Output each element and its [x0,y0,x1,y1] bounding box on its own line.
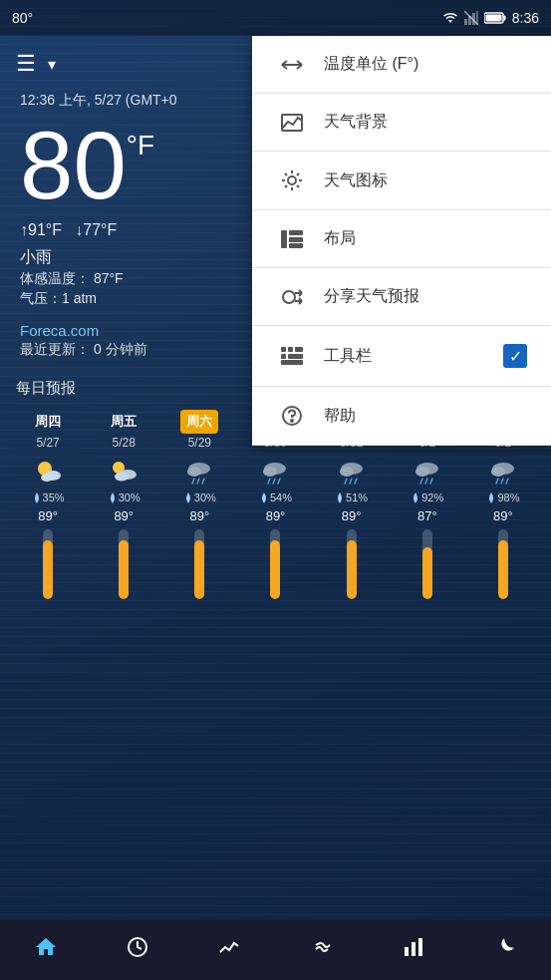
nav-item-chart[interactable] [386,927,441,973]
day-temperature: 89° [114,508,134,523]
svg-point-21 [263,467,277,477]
day-rain-percent: 30% [183,491,216,504]
day-temperature: 87° [417,508,437,523]
svg-rect-45 [282,115,302,131]
day-name: 周六 [180,410,218,434]
home-icon [34,935,58,965]
menu-label-weather-bg: 天气背景 [324,112,527,133]
temp-bar [498,529,508,599]
wifi-icon [442,11,458,25]
day-date: 5/27 [36,436,59,450]
svg-point-11 [41,474,53,482]
nav-item-trend[interactable] [201,927,257,973]
menu-icon-temp-unit [276,57,308,73]
temp-bar [422,529,432,599]
day-weather-icon [184,456,214,488]
wind-icon [310,935,334,965]
clock-icon [126,935,149,965]
temp-bar-fill [119,540,129,600]
menu-label-weather-icon: 天气图标 [324,170,527,191]
status-right: 8:36 [442,10,539,26]
svg-line-52 [297,185,299,187]
temp-low: ↓77°F [75,221,117,238]
svg-point-67 [291,420,293,422]
menu-label-temp-unit: 温度单位 (F°) [324,54,527,75]
menu-item-temp-unit[interactable]: 温度单位 (F°) [252,36,551,94]
nav-item-home[interactable] [18,927,74,973]
nav-item-clock[interactable] [110,927,165,973]
day-name: 周五 [105,410,142,434]
status-bar: 80° 8:36 [0,0,551,36]
day-weather-icon [109,456,138,488]
menu-item-toolbar[interactable]: 工具栏 ✓ [252,326,551,387]
svg-rect-60 [281,347,286,352]
temp-bar-fill [347,540,357,600]
forecast-day: 周六 5/29 30% 89° [161,406,237,603]
temp-bar-fill [270,540,280,600]
svg-line-22 [268,479,270,484]
svg-line-23 [273,479,275,484]
nav-item-moon[interactable] [477,927,533,973]
day-date: 5/29 [188,436,211,450]
svg-point-36 [491,467,505,477]
day-rain-percent: 92% [411,491,443,504]
menu-icon-weather-bg [276,114,308,132]
day-weather-icon [337,456,367,488]
menu-checkbox-toolbar: ✓ [503,344,527,368]
svg-rect-58 [289,243,303,248]
day-temperature: 89° [38,508,58,523]
svg-line-54 [285,185,287,187]
signal-icon [464,11,478,25]
temp-bar [194,529,204,599]
svg-rect-8 [485,15,501,22]
day-date: 5/28 [113,436,136,450]
svg-rect-56 [289,230,303,235]
menu-label-share: 分享天气预报 [324,286,527,307]
status-time: 8:36 [512,10,539,26]
svg-rect-63 [281,354,286,359]
status-battery-label: 80° [12,10,33,26]
menu-icon-weather-icon [276,169,308,191]
day-rain-percent: 54% [259,491,292,504]
svg-rect-41 [405,947,409,956]
svg-line-33 [425,479,427,484]
svg-line-27 [345,479,347,484]
svg-rect-55 [281,230,287,248]
svg-line-38 [501,479,503,484]
svg-line-51 [285,173,287,175]
menu-icon-layout [276,230,308,248]
svg-line-19 [202,479,204,484]
location-dropdown-button[interactable]: ▾ [48,55,56,74]
day-rain-percent: 35% [32,491,65,504]
menu-item-weather-icon[interactable]: 天气图标 [252,152,551,210]
menu-item-share[interactable]: 分享天气预报 [252,268,551,326]
day-rain-percent: 98% [486,491,519,504]
svg-line-29 [355,479,357,484]
day-temperature: 89° [493,508,513,523]
temp-high: ↑91°F [20,221,62,238]
svg-line-34 [430,479,432,484]
menu-icon-help [276,405,308,427]
temp-bar-fill [43,540,53,600]
svg-rect-65 [281,360,303,365]
svg-line-39 [506,479,508,484]
day-weather-icon [33,456,63,488]
chart-icon [402,935,425,965]
menu-item-layout[interactable]: 布局 [252,210,551,268]
menu-icon-toolbar [276,347,308,365]
nav-item-wind[interactable] [294,927,350,973]
temp-bar [43,529,53,599]
temperature-value: 80 [20,118,127,213]
temperature-unit: °F [127,130,154,162]
day-weather-icon [488,456,518,488]
forecast-day: 周五 5/28 30% 89° [86,406,161,603]
hamburger-menu-button[interactable]: ☰ [16,51,36,77]
menu-item-weather-bg[interactable]: 天气背景 [252,94,551,152]
menu-icon-share [276,287,308,307]
menu-item-help[interactable]: 帮助 [252,387,551,446]
svg-line-37 [496,479,498,484]
svg-marker-0 [448,20,452,23]
day-weather-icon [413,456,442,488]
svg-point-14 [115,473,129,482]
svg-rect-1 [464,19,467,25]
